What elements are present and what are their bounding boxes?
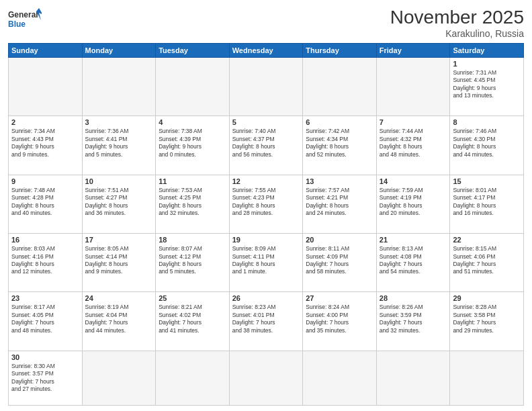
calendar-cell: 17Sunrise: 8:05 AM Sunset: 4:14 PM Dayli… <box>82 234 156 292</box>
header-sunday: Sunday <box>9 44 83 58</box>
day-number: 3 <box>85 118 153 126</box>
day-info: Sunrise: 8:01 AM Sunset: 4:17 PM Dayligh… <box>453 187 521 218</box>
header-wednesday: Wednesday <box>229 44 303 58</box>
day-info: Sunrise: 7:46 AM Sunset: 4:30 PM Dayligh… <box>453 128 521 158</box>
day-info: Sunrise: 8:19 AM Sunset: 4:04 PM Dayligh… <box>85 304 153 334</box>
day-info: Sunrise: 7:38 AM Sunset: 4:39 PM Dayligh… <box>159 128 226 158</box>
calendar-week-row: 2Sunrise: 7:34 AM Sunset: 4:43 PM Daylig… <box>9 116 524 175</box>
calendar-week-row: 30Sunrise: 8:30 AM Sunset: 3:57 PM Dayli… <box>9 351 524 405</box>
day-number: 28 <box>380 294 447 302</box>
header-tuesday: Tuesday <box>156 44 230 58</box>
calendar-cell: 30Sunrise: 8:30 AM Sunset: 3:57 PM Dayli… <box>9 351 83 405</box>
day-number: 12 <box>232 177 300 185</box>
calendar-cell: 7Sunrise: 7:44 AM Sunset: 4:32 PM Daylig… <box>376 116 450 175</box>
calendar-cell: 9Sunrise: 7:48 AM Sunset: 4:28 PM Daylig… <box>9 175 83 233</box>
day-number: 23 <box>11 294 79 302</box>
day-number: 22 <box>453 236 521 244</box>
day-info: Sunrise: 8:23 AM Sunset: 4:01 PM Dayligh… <box>232 304 300 334</box>
day-number: 10 <box>85 177 153 185</box>
calendar-cell: 12Sunrise: 7:55 AM Sunset: 4:23 PM Dayli… <box>229 175 303 233</box>
header-friday: Friday <box>376 44 450 58</box>
calendar-week-row: 16Sunrise: 8:03 AM Sunset: 4:16 PM Dayli… <box>9 234 524 292</box>
day-number: 17 <box>85 236 153 244</box>
calendar-cell <box>82 351 156 405</box>
calendar-cell: 3Sunrise: 7:36 AM Sunset: 4:41 PM Daylig… <box>82 116 156 175</box>
calendar-cell: 1Sunrise: 7:31 AM Sunset: 4:45 PM Daylig… <box>450 58 524 116</box>
day-info: Sunrise: 8:17 AM Sunset: 4:05 PM Dayligh… <box>11 304 79 334</box>
day-info: Sunrise: 7:44 AM Sunset: 4:32 PM Dayligh… <box>380 128 447 158</box>
day-info: Sunrise: 7:55 AM Sunset: 4:23 PM Dayligh… <box>232 187 300 218</box>
svg-text:General: General <box>8 10 38 19</box>
page: General Blue November 2025 Karakulino, R… <box>0 0 532 411</box>
day-number: 21 <box>380 236 447 244</box>
day-info: Sunrise: 7:34 AM Sunset: 4:43 PM Dayligh… <box>11 128 79 158</box>
calendar-week-row: 23Sunrise: 8:17 AM Sunset: 4:05 PM Dayli… <box>9 292 524 351</box>
header-monday: Monday <box>82 44 156 58</box>
day-info: Sunrise: 8:05 AM Sunset: 4:14 PM Dayligh… <box>85 245 153 276</box>
title-section: November 2025 Karakulino, Russia <box>390 7 524 39</box>
calendar-cell: 21Sunrise: 8:13 AM Sunset: 4:08 PM Dayli… <box>376 234 450 292</box>
calendar-cell: 25Sunrise: 8:21 AM Sunset: 4:02 PM Dayli… <box>156 292 230 351</box>
calendar-cell <box>376 351 450 405</box>
day-info: Sunrise: 8:24 AM Sunset: 4:00 PM Dayligh… <box>306 304 373 334</box>
calendar-cell: 27Sunrise: 8:24 AM Sunset: 4:00 PM Dayli… <box>303 292 377 351</box>
day-number: 24 <box>85 294 153 302</box>
calendar-cell: 29Sunrise: 8:28 AM Sunset: 3:58 PM Dayli… <box>450 292 524 351</box>
day-info: Sunrise: 7:51 AM Sunset: 4:27 PM Dayligh… <box>85 187 153 218</box>
calendar-cell: 13Sunrise: 7:57 AM Sunset: 4:21 PM Dayli… <box>303 175 377 233</box>
calendar-cell: 5Sunrise: 7:40 AM Sunset: 4:37 PM Daylig… <box>229 116 303 175</box>
calendar-cell <box>156 58 230 116</box>
day-number: 5 <box>232 118 300 126</box>
day-number: 6 <box>306 118 373 126</box>
calendar-cell: 28Sunrise: 8:26 AM Sunset: 3:59 PM Dayli… <box>376 292 450 351</box>
day-info: Sunrise: 7:31 AM Sunset: 4:45 PM Dayligh… <box>453 69 521 100</box>
calendar-cell: 6Sunrise: 7:42 AM Sunset: 4:34 PM Daylig… <box>303 116 377 175</box>
day-info: Sunrise: 8:11 AM Sunset: 4:09 PM Dayligh… <box>306 245 373 276</box>
day-info: Sunrise: 8:07 AM Sunset: 4:12 PM Dayligh… <box>159 245 226 276</box>
header: General Blue November 2025 Karakulino, R… <box>8 7 524 39</box>
month-title: November 2025 <box>390 7 524 28</box>
calendar-cell: 20Sunrise: 8:11 AM Sunset: 4:09 PM Dayli… <box>303 234 377 292</box>
header-thursday: Thursday <box>303 44 377 58</box>
day-number: 30 <box>11 353 79 361</box>
day-info: Sunrise: 8:15 AM Sunset: 4:06 PM Dayligh… <box>453 245 521 276</box>
day-number: 1 <box>453 60 521 68</box>
day-info: Sunrise: 7:48 AM Sunset: 4:28 PM Dayligh… <box>11 187 79 218</box>
calendar-cell: 23Sunrise: 8:17 AM Sunset: 4:05 PM Dayli… <box>9 292 83 351</box>
calendar: Sunday Monday Tuesday Wednesday Thursday… <box>8 43 524 406</box>
calendar-cell: 10Sunrise: 7:51 AM Sunset: 4:27 PM Dayli… <box>82 175 156 233</box>
calendar-cell <box>229 58 303 116</box>
day-info: Sunrise: 7:59 AM Sunset: 4:19 PM Dayligh… <box>380 187 447 218</box>
day-info: Sunrise: 7:57 AM Sunset: 4:21 PM Dayligh… <box>306 187 373 218</box>
day-info: Sunrise: 8:30 AM Sunset: 3:57 PM Dayligh… <box>11 363 79 394</box>
calendar-cell: 15Sunrise: 8:01 AM Sunset: 4:17 PM Dayli… <box>450 175 524 233</box>
calendar-cell: 2Sunrise: 7:34 AM Sunset: 4:43 PM Daylig… <box>9 116 83 175</box>
calendar-cell <box>303 58 377 116</box>
logo: General Blue <box>8 7 42 34</box>
day-number: 15 <box>453 177 521 185</box>
calendar-cell: 8Sunrise: 7:46 AM Sunset: 4:30 PM Daylig… <box>450 116 524 175</box>
day-info: Sunrise: 8:13 AM Sunset: 4:08 PM Dayligh… <box>380 245 447 276</box>
calendar-cell <box>82 58 156 116</box>
day-info: Sunrise: 7:53 AM Sunset: 4:25 PM Dayligh… <box>159 187 226 218</box>
calendar-cell: 4Sunrise: 7:38 AM Sunset: 4:39 PM Daylig… <box>156 116 230 175</box>
calendar-cell <box>450 351 524 405</box>
calendar-cell: 26Sunrise: 8:23 AM Sunset: 4:01 PM Dayli… <box>229 292 303 351</box>
calendar-cell: 19Sunrise: 8:09 AM Sunset: 4:11 PM Dayli… <box>229 234 303 292</box>
day-number: 27 <box>306 294 373 302</box>
logo-svg: General Blue <box>8 7 42 34</box>
day-number: 8 <box>453 118 521 126</box>
day-info: Sunrise: 8:28 AM Sunset: 3:58 PM Dayligh… <box>453 304 521 334</box>
day-number: 18 <box>159 236 226 244</box>
calendar-week-row: 9Sunrise: 7:48 AM Sunset: 4:28 PM Daylig… <box>9 175 524 233</box>
day-number: 13 <box>306 177 373 185</box>
day-number: 7 <box>380 118 447 126</box>
day-number: 25 <box>159 294 226 302</box>
day-info: Sunrise: 7:40 AM Sunset: 4:37 PM Dayligh… <box>232 128 300 158</box>
weekday-header-row: Sunday Monday Tuesday Wednesday Thursday… <box>9 44 524 58</box>
day-number: 11 <box>159 177 226 185</box>
calendar-cell: 22Sunrise: 8:15 AM Sunset: 4:06 PM Dayli… <box>450 234 524 292</box>
day-number: 20 <box>306 236 373 244</box>
day-number: 14 <box>380 177 447 185</box>
day-info: Sunrise: 8:09 AM Sunset: 4:11 PM Dayligh… <box>232 245 300 276</box>
